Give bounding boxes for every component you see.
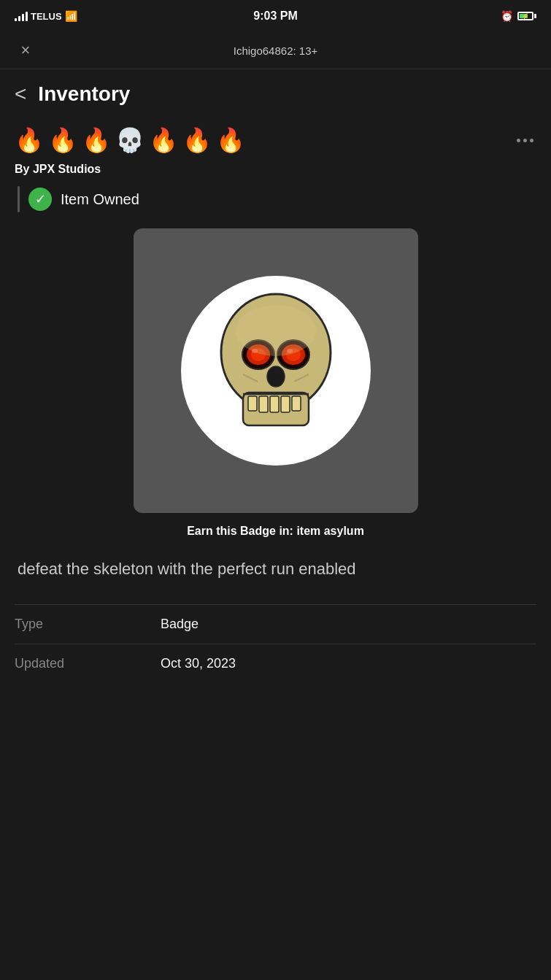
by-label: By [15,163,29,175]
emoji-7: 🔥 [216,126,247,154]
badge-image-wrapper [134,228,418,513]
svg-rect-7 [292,396,301,411]
skull-image [181,276,371,466]
svg-point-17 [267,366,285,387]
emoji-1: 🔥 [15,126,45,154]
earn-label: Earn this Badge in: [187,525,293,537]
wifi-icon: 📶 [65,10,77,22]
emoji-3: 🔥 [82,126,112,154]
emoji-2: 🔥 [48,126,79,154]
type-value: Badge [161,617,199,632]
carrier-name: TELUS [31,11,62,22]
creator-name: JPX Studios [33,163,101,175]
owned-check-icon: ✓ [28,188,52,211]
svg-point-20 [236,305,316,356]
nav-header: < Inventory [0,69,551,119]
top-bar-title: Ichigo64862: 13+ [36,45,515,57]
earn-badge-text: Earn this Badge in: item asylum [15,525,536,538]
item-emojis-row: 🔥 🔥 🔥 💀 🔥 🔥 🔥 [15,126,536,154]
status-right: ⏰ ⚡ [501,10,536,22]
skull-svg [188,283,363,458]
type-row: Type Badge [15,604,536,644]
owned-divider [18,186,20,212]
owned-row: ✓ Item Owned [15,186,536,212]
top-bar: × Ichigo64862: 13+ [0,32,551,69]
svg-rect-5 [270,396,279,412]
emoji-4: 💀 [115,126,146,154]
page-title: Inventory [38,82,130,106]
updated-row: Updated Oct 30, 2023 [15,644,536,683]
more-options-button[interactable] [514,136,536,145]
updated-label: Updated [15,656,161,671]
type-label: Type [15,617,161,632]
signal-icon [15,11,28,21]
status-bar: TELUS 📶 9:03 PM ⏰ ⚡ [0,0,551,32]
alarm-icon: ⏰ [501,10,513,22]
updated-value: Oct 30, 2023 [161,656,236,671]
svg-rect-3 [248,396,257,411]
owned-label: Item Owned [61,191,139,208]
svg-rect-4 [259,396,268,412]
status-carrier: TELUS 📶 [15,10,77,22]
creator-text: By JPX Studios [15,163,536,176]
item-description: defeat the skeleton with the perfect run… [15,558,536,581]
content-area: 🔥 🔥 🔥 💀 🔥 🔥 🔥 By JPX Studios ✓ Item Owne… [0,119,551,690]
details-table: Type Badge Updated Oct 30, 2023 [15,604,536,683]
emoji-group: 🔥 🔥 🔥 💀 🔥 🔥 🔥 [15,126,247,154]
back-button[interactable]: < [15,82,26,106]
svg-rect-6 [281,396,290,412]
game-name: item asylum [296,525,363,537]
badge-image-container [15,228,536,513]
emoji-6: 🔥 [182,126,213,154]
battery-icon: ⚡ [517,12,536,20]
status-time: 9:03 PM [253,9,297,23]
close-button[interactable]: × [15,41,36,60]
emoji-5: 🔥 [149,126,180,154]
